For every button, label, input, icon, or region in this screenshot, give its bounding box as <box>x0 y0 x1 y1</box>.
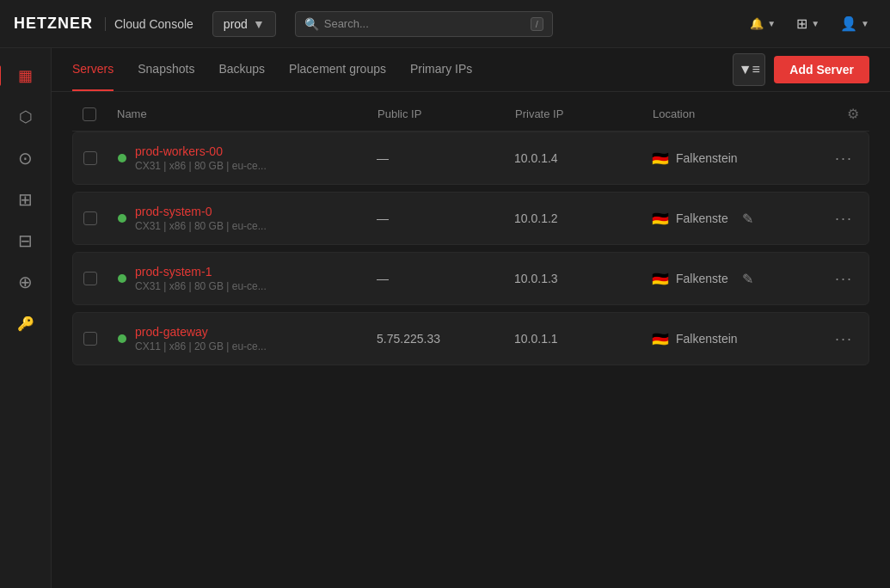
status-dot <box>118 214 126 223</box>
status-dot <box>118 334 126 343</box>
sidebar-item-servers[interactable]: ▦ <box>7 57 45 95</box>
apps-btn[interactable]: ⊞ ▼ <box>789 10 826 37</box>
sidebar-item-networks[interactable]: ⊙ <box>7 139 45 177</box>
column-location: Location <box>653 107 695 120</box>
server-rows-container: prod-workers-00 CX31 | x86 | 80 GB | eu-… <box>72 132 869 365</box>
search-input[interactable] <box>324 17 525 30</box>
chevron-down-icon: ▼ <box>811 19 819 28</box>
row-name-cell: prod-workers-00 CX31 | x86 | 80 GB | eu-… <box>118 144 377 172</box>
row-actions: ··· <box>807 147 858 169</box>
loadbalancers-icon: ⊞ <box>18 189 33 210</box>
logo-text: HETZNER <box>14 15 93 33</box>
row-private-ip: 10.0.1.4 <box>514 151 652 165</box>
chevron-down-icon: ▼ <box>861 19 869 28</box>
table-row[interactable]: prod-system-0 CX31 | x86 | 80 GB | eu-ce… <box>72 192 869 245</box>
project-name: prod <box>224 17 248 31</box>
row-location: 🇩🇪 Falkenste ✎ <box>652 267 807 291</box>
server-meta: CX31 | x86 | 80 GB | eu-ce... <box>135 280 267 292</box>
tab-placement-groups[interactable]: Placement groups <box>289 48 386 91</box>
server-name: prod-system-1 <box>135 265 267 279</box>
row-checkbox[interactable] <box>83 211 118 225</box>
user-btn[interactable]: 👤 ▼ <box>833 10 876 37</box>
user-icon: 👤 <box>840 15 857 32</box>
sidebar-item-volumes[interactable]: ⬡ <box>7 98 45 136</box>
tabs-bar: Servers Snapshots Backups Placement grou… <box>52 48 890 92</box>
topnav: HETZNER Cloud Console prod ▼ 🔍 / 🔔 ▼ ⊞ ▼… <box>0 0 890 48</box>
layout: ▦ ⬡ ⊙ ⊞ ⊟ ⊕ 🔑 Servers Snapshots Backups … <box>0 48 890 588</box>
row-private-ip: 10.0.1.1 <box>514 332 652 346</box>
row-actions: ··· <box>807 207 858 230</box>
search-icon: 🔍 <box>304 17 319 31</box>
sidebar: ▦ ⬡ ⊙ ⊞ ⊟ ⊕ 🔑 <box>0 48 52 588</box>
grid-icon: ⊞ <box>796 15 807 32</box>
search-bar: 🔍 / <box>295 11 553 37</box>
search-shortcut: / <box>531 17 543 31</box>
row-location: 🇩🇪 Falkenstein <box>652 150 807 167</box>
column-public-ip: Public IP <box>377 107 515 120</box>
row-name-cell: prod-system-0 CX31 | x86 | 80 GB | eu-ce… <box>118 205 377 232</box>
row-checkbox[interactable] <box>83 151 118 165</box>
row-name-info: prod-workers-00 CX31 | x86 | 80 GB | eu-… <box>135 144 267 172</box>
row-public-ip: — <box>377 151 514 165</box>
location-name: Falkenste <box>676 211 728 225</box>
main-content: Servers Snapshots Backups Placement grou… <box>52 48 890 588</box>
edit-icon-btn[interactable]: ✎ <box>739 207 757 230</box>
notifications-btn[interactable]: 🔔 ▼ <box>743 12 783 35</box>
tab-primary-ips[interactable]: Primary IPs <box>410 48 472 91</box>
location-name: Falkenste <box>676 272 728 285</box>
more-options-btn[interactable]: ··· <box>830 147 858 169</box>
row-public-ip: — <box>377 272 514 285</box>
column-name: Name <box>117 107 377 120</box>
sidebar-item-floatingips[interactable]: ⊕ <box>7 263 45 301</box>
tab-servers[interactable]: Servers <box>72 48 114 91</box>
tab-backups[interactable]: Backups <box>218 48 265 91</box>
server-name: prod-workers-00 <box>135 144 267 158</box>
firewalls-icon: ⊟ <box>18 230 33 251</box>
row-checkbox[interactable] <box>83 332 118 346</box>
server-meta: CX31 | x86 | 80 GB | eu-ce... <box>135 220 267 232</box>
flag-icon: 🇩🇪 <box>652 271 669 287</box>
row-actions: ··· <box>807 328 858 350</box>
filter-button[interactable]: ▼≡ <box>733 53 765 86</box>
row-name-cell: prod-gateway CX11 | x86 | 20 GB | eu-ce.… <box>118 325 377 352</box>
networks-icon: ⊙ <box>18 148 33 168</box>
row-checkbox[interactable] <box>83 272 118 285</box>
server-name: prod-gateway <box>135 325 267 339</box>
chevron-down-icon: ▼ <box>253 17 265 31</box>
server-meta: CX11 | x86 | 20 GB | eu-ce... <box>135 340 267 352</box>
floatingips-icon: ⊕ <box>18 272 33 292</box>
column-private-ip: Private IP <box>515 107 653 120</box>
sidebar-item-keys[interactable]: 🔑 <box>7 304 45 342</box>
row-name-info: prod-gateway CX11 | x86 | 20 GB | eu-ce.… <box>135 325 267 352</box>
row-name-info: prod-system-1 CX31 | x86 | 80 GB | eu-ce… <box>135 265 267 292</box>
table-header: Name Public IP Private IP Location ⚙ <box>72 106 869 132</box>
more-options-btn[interactable]: ··· <box>830 207 858 230</box>
servers-icon: ▦ <box>18 66 33 85</box>
add-server-button[interactable]: Add Server <box>774 56 869 83</box>
tab-actions: ▼≡ Add Server <box>733 53 869 86</box>
row-public-ip: — <box>377 211 514 225</box>
row-public-ip: 5.75.225.33 <box>377 332 514 346</box>
status-dot <box>118 154 126 162</box>
table-container: Name Public IP Private IP Location ⚙ pro… <box>52 92 890 588</box>
row-private-ip: 10.0.1.3 <box>514 272 652 285</box>
tab-snapshots[interactable]: Snapshots <box>138 48 194 91</box>
flag-icon: 🇩🇪 <box>652 211 669 227</box>
project-selector[interactable]: prod ▼ <box>212 11 276 37</box>
more-options-btn[interactable]: ··· <box>830 328 858 350</box>
more-options-btn[interactable]: ··· <box>830 267 858 290</box>
edit-icon-btn[interactable]: ✎ <box>739 267 757 291</box>
location-name: Falkenstein <box>676 151 738 165</box>
table-row[interactable]: prod-system-1 CX31 | x86 | 80 GB | eu-ce… <box>72 252 869 305</box>
table-row[interactable]: prod-gateway CX11 | x86 | 20 GB | eu-ce.… <box>72 312 869 365</box>
row-private-ip: 10.0.1.2 <box>514 211 652 225</box>
flag-icon: 🇩🇪 <box>652 331 669 347</box>
table-row[interactable]: prod-workers-00 CX31 | x86 | 80 GB | eu-… <box>72 132 869 185</box>
chevron-down-icon: ▼ <box>767 19 776 28</box>
column-settings-icon[interactable]: ⚙ <box>847 106 859 122</box>
nav-right: 🔔 ▼ ⊞ ▼ 👤 ▼ <box>743 10 876 37</box>
sidebar-item-loadbalancers[interactable]: ⊞ <box>7 181 45 218</box>
status-dot <box>118 274 126 283</box>
select-all-checkbox[interactable] <box>83 107 117 121</box>
sidebar-item-firewalls[interactable]: ⊟ <box>7 222 45 260</box>
